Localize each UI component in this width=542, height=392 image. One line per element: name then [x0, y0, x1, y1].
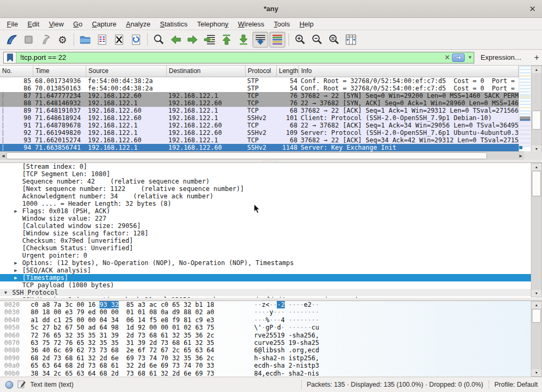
scroll-left-icon[interactable]: ◀ — [0, 152, 6, 160]
packet-row-92[interactable]: 9271.661949820192.168.122.1192.168.122.6… — [0, 129, 519, 136]
detail-line[interactable]: [Calculated window size: 29056] — [0, 222, 542, 230]
column-header-destination[interactable]: Destination — [167, 66, 246, 77]
start-capture-icon[interactable] — [4, 32, 20, 48]
close-icon[interactable]: ✕ — [527, 4, 538, 14]
detail-line[interactable]: ▶Options: (12 bytes), No-Operation (NOP)… — [0, 259, 542, 267]
filter-bookmark-icon[interactable] — [4, 52, 16, 63]
scroll-thumb[interactable] — [532, 111, 541, 130]
hex-row-0070[interactable]: 007063 75 72 76 65 32 35 35 31 39 2d 73 … — [0, 339, 542, 347]
detail-line[interactable]: [Stream index: 0] — [0, 163, 542, 170]
packet-row-91[interactable]: 9171.648789678192.168.122.1192.168.122.6… — [0, 122, 519, 129]
resize-columns-icon[interactable] — [343, 32, 359, 48]
menu-view[interactable]: View — [44, 19, 68, 30]
detail-line[interactable]: [Checksum Status: Unverified] — [0, 244, 542, 252]
go-last-icon[interactable] — [236, 32, 251, 48]
detail-line[interactable]: Checksum: 0x79ed [unverified] — [0, 237, 542, 244]
scroll-down-icon[interactable]: ▼ — [531, 369, 541, 376]
capture-options-icon[interactable]: ⚙ — [55, 32, 70, 48]
menu-wireless[interactable]: Wireless — [233, 19, 269, 30]
menu-statistics[interactable]: Statistics — [155, 19, 192, 30]
detail-line[interactable]: 1000 .... = Header Length: 32 bytes (8) — [0, 200, 542, 207]
status-profile[interactable]: Profile: Default — [494, 381, 538, 388]
auto-scroll-icon[interactable] — [252, 32, 268, 48]
open-file-icon[interactable] — [77, 32, 93, 48]
expression-button[interactable]: Expression… — [481, 53, 521, 61]
stop-capture-icon[interactable] — [21, 32, 37, 48]
packet-list-hscrollbar[interactable]: ◀ ▶ — [0, 151, 524, 160]
packet-row-94[interactable]: 9471.663856741192.168.122.1192.168.122.6… — [0, 144, 519, 151]
expand-icon[interactable]: ▶ — [14, 207, 17, 215]
menu-go[interactable]: Go — [68, 19, 87, 30]
filter-dropdown-icon[interactable]: ▼ — [466, 55, 474, 60]
detail-line[interactable]: Sequence number: 42 (relative sequence n… — [0, 178, 542, 185]
close-file-icon[interactable] — [111, 32, 127, 48]
packet-row-89[interactable]: 8971.648191037192.168.122.60192.168.122.… — [0, 107, 519, 114]
hex-row-0090[interactable]: 009068 2d 73 68 61 32 2d 6e 69 73 74 70 … — [0, 354, 542, 362]
hex-row-0020[interactable]: 0020c0 a8 7a 3c 00 16 93 32 85 a3 ac c0 … — [0, 301, 542, 308]
detail-line[interactable]: ▶[SEQ/ACK analysis] — [0, 267, 542, 274]
packet-row-85[interactable]: 8568.001734936fe:54:00:d4:38:2aSTP54Conf… — [0, 77, 519, 85]
save-file-icon[interactable] — [94, 32, 110, 48]
hscroll-thumb[interactable] — [6, 152, 487, 159]
packet-list-vscrollbar[interactable]: ▲ ▼ — [531, 66, 542, 153]
column-header-source[interactable]: Source — [86, 66, 167, 77]
go-forward-icon[interactable] — [185, 32, 201, 48]
column-header-length[interactable]: Length — [277, 66, 299, 77]
reload-file-icon[interactable] — [128, 32, 144, 48]
column-header-time[interactable]: Time — [33, 66, 86, 77]
add-filter-button[interactable]: + — [534, 53, 539, 62]
detail-line[interactable]: ▶Flags: 0x018 (PSH, ACK) — [0, 207, 542, 215]
column-header-info[interactable]: Info — [299, 66, 519, 77]
intelligent-scrollbar-minimap[interactable] — [519, 66, 531, 153]
find-packet-icon[interactable] — [151, 32, 167, 48]
zoom-reset-icon[interactable] — [326, 32, 342, 48]
collapse-icon[interactable]: ▼ — [4, 289, 7, 296]
hex-row-0050[interactable]: 00505c 27 b2 67 50 ad 64 98 1d 92 00 00 … — [0, 324, 542, 331]
hex-row-00b0[interactable]: 00b038 34 2c 65 63 64 68 2d 73 68 61 32 … — [0, 370, 542, 377]
detail-line[interactable]: TCP payload (1080 bytes) — [0, 281, 542, 289]
go-first-icon[interactable] — [219, 32, 234, 48]
details-vscrollbar[interactable]: ▲ ▼ — [531, 163, 542, 297]
restart-capture-icon[interactable] — [38, 32, 53, 48]
colorize-icon[interactable] — [269, 32, 285, 48]
scroll-down-icon[interactable]: ▼ — [531, 290, 541, 297]
go-back-icon[interactable] — [168, 32, 184, 48]
scroll-thumb[interactable] — [532, 171, 541, 196]
packet-row-88[interactable]: 8871.648146932192.168.122.1192.168.122.6… — [0, 99, 519, 107]
go-to-packet-icon[interactable] — [202, 32, 218, 48]
menu-file[interactable]: File — [2, 19, 23, 30]
packet-row-90[interactable]: 9071.648618924192.168.122.60192.168.122.… — [0, 114, 519, 122]
hex-row-0060[interactable]: 006072 76 65 32 35 35 31 39 2d 73 68 61 … — [0, 332, 542, 339]
display-filter-input[interactable]: !tcp.port == 22 ✕ ▼ — [3, 52, 474, 63]
detail-line[interactable]: Window size value: 227 — [0, 215, 542, 222]
scroll-thumb[interactable] — [532, 309, 541, 323]
detail-line[interactable]: ▶[Timestamps] — [0, 274, 542, 281]
hex-row-00a0[interactable]: 00a065 63 64 68 2d 73 68 61 32 2d 6e 69 … — [0, 362, 542, 369]
menu-tools[interactable]: Tools — [269, 19, 294, 30]
packet-row-93[interactable]: 9371.662015274192.168.122.60192.168.122.… — [0, 136, 519, 144]
filter-value[interactable]: !tcp.port == 22 — [16, 53, 442, 61]
column-header-no[interactable]: No. — [0, 66, 33, 77]
packet-row-87[interactable]: 8771.647777234192.168.122.60192.168.122.… — [0, 92, 519, 99]
menu-capture[interactable]: Capture — [87, 19, 121, 30]
zoom-out-icon[interactable] — [309, 32, 325, 48]
scroll-up-icon[interactable]: ▲ — [531, 302, 541, 308]
scroll-up-icon[interactable]: ▲ — [531, 66, 541, 73]
detail-line[interactable]: [Next sequence number: 1122 (relative se… — [0, 185, 542, 193]
detail-line[interactable]: [Window size scaling factor: 128] — [0, 230, 542, 237]
expand-icon[interactable]: ▶ — [14, 259, 17, 267]
expand-icon[interactable]: ▶ — [14, 274, 17, 281]
hex-row-0030[interactable]: 003080 18 00 e3 79 ed 00 00 01 01 08 0a … — [0, 308, 542, 316]
detail-line[interactable]: Urgent pointer: 0 — [0, 252, 542, 259]
filter-clear-icon[interactable]: ✕ — [442, 53, 452, 61]
zoom-in-icon[interactable] — [292, 32, 308, 48]
expert-info-icon[interactable] — [5, 381, 13, 389]
capture-comment-icon[interactable] — [17, 380, 26, 390]
menu-telephony[interactable]: Telephony — [192, 19, 233, 30]
hex-row-0040[interactable]: 0040a1 dd c1 25 00 00 04 34 06 14 f5 e8 … — [0, 316, 542, 324]
expand-icon[interactable]: ▶ — [14, 267, 17, 274]
scroll-up-icon[interactable]: ▲ — [531, 163, 541, 170]
column-header-protocol[interactable]: Protocol — [246, 66, 277, 77]
packet-row-86[interactable]: 8670.013850163fe:54:00:d4:38:2aSTP54Conf… — [0, 85, 519, 92]
scroll-right-icon[interactable]: ▶ — [518, 152, 524, 160]
